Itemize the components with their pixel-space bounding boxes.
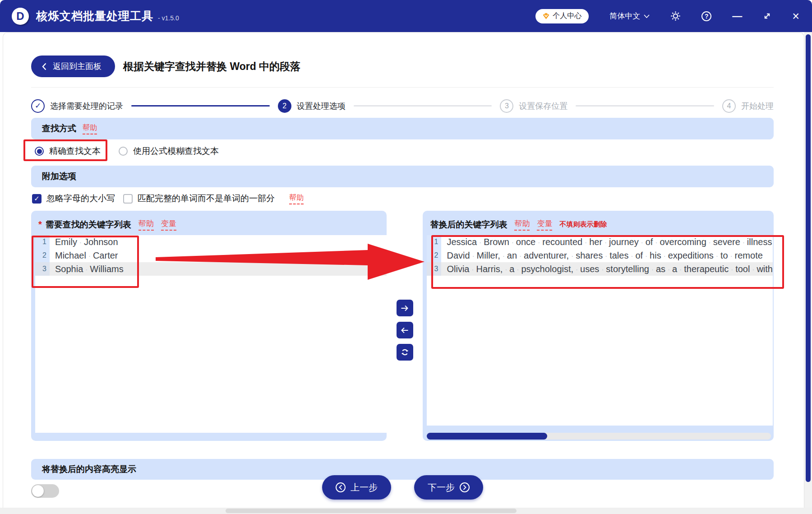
space-dot: ·	[740, 239, 747, 247]
language-label: 简体中文	[609, 11, 640, 21]
space-dot: ·	[643, 252, 650, 260]
find-list-title: 需要查找的关键字列表	[46, 219, 131, 231]
replace-list-title: 替换后的关键字列表	[430, 219, 507, 231]
checkbox-icon	[123, 194, 133, 204]
find-keywords-list[interactable]: 1Emily·Johnson2Michael·Carter3Sophia·Wil…	[35, 235, 387, 433]
space-dot: ·	[661, 252, 668, 260]
find-mode-options: 精确查找文本 使用公式模糊查找文本	[31, 139, 774, 163]
list-row[interactable]: 3Sophia·Williams	[35, 262, 387, 276]
row-number: 1	[427, 235, 441, 249]
highlight-toggle[interactable]	[31, 484, 59, 498]
help-link-find-mode[interactable]: 帮助	[83, 123, 97, 134]
space-dot: ·	[569, 252, 576, 260]
row-text: Olivia·Harris,·a·psychologist,·uses·stor…	[441, 264, 773, 274]
bottom-scrollbar-thumb[interactable]	[226, 509, 517, 513]
space-dot: ·	[77, 239, 84, 247]
variable-link-replace-list[interactable]: 变量	[537, 218, 552, 231]
row-number: 2	[427, 249, 441, 262]
step-connector	[576, 105, 714, 107]
step-indicator: ✓ 选择需要处理的记录 2 设置处理选项 3 设置保存位置 4 开始处理	[31, 88, 774, 116]
space-dot: ·	[535, 239, 542, 247]
space-dot: ·	[603, 252, 609, 260]
checkbox-label: 忽略字母的大小写	[46, 193, 115, 204]
replace-list-horizontal-scrollbar[interactable]	[427, 433, 771, 440]
step-set-options[interactable]: 2 设置处理选项	[278, 99, 346, 113]
help-link-find-list[interactable]: 帮助	[138, 218, 154, 231]
page-title: 根据关键字查找并替换 Word 中的段落	[123, 60, 300, 74]
space-dot: ·	[514, 266, 521, 274]
user-center-button[interactable]: 个人中心	[535, 9, 589, 23]
checkbox-whole-word[interactable]: 匹配完整的单词而不是单词的一部分	[123, 193, 275, 204]
space-dot: ·	[86, 252, 93, 260]
checkbox-icon: ✓	[32, 194, 42, 204]
vertical-scrollbar-thumb[interactable]	[806, 34, 811, 482]
space-dot: ·	[628, 252, 635, 260]
scrollbar-thumb[interactable]	[427, 433, 547, 440]
radio-icon	[119, 147, 128, 156]
list-row[interactable]: 2David·Miller,·an·adventurer,·shares·tal…	[427, 249, 773, 262]
close-button[interactable]: ×	[792, 10, 799, 23]
row-text: Michael·Carter	[50, 250, 387, 261]
maximize-button[interactable]	[763, 10, 771, 23]
extra-options-title: 附加选项	[42, 171, 76, 182]
list-row[interactable]: 1Jessica·Brown·once·recounted·her·journe…	[427, 235, 773, 249]
toggle-knob	[32, 485, 44, 497]
radio-label: 精确查找文本	[49, 145, 101, 157]
next-step-label: 下一步	[428, 482, 455, 494]
help-link-extra-options[interactable]: 帮助	[289, 193, 304, 204]
row-number: 1	[35, 235, 50, 249]
move-left-button[interactable]	[397, 322, 413, 338]
space-dot: ·	[653, 239, 660, 247]
empty-means-delete-note: 不填则表示删除	[559, 220, 607, 229]
space-dot: ·	[582, 239, 589, 247]
radio-icon	[35, 147, 44, 156]
space-dot: ·	[649, 266, 656, 274]
arrow-left-icon	[401, 327, 409, 334]
vertical-scrollbar[interactable]	[804, 32, 812, 508]
move-right-button[interactable]	[397, 300, 413, 316]
list-row[interactable]: 1Emily·Johnson	[35, 235, 387, 249]
help-icon[interactable]: ?	[701, 10, 711, 23]
space-dot: ·	[665, 266, 672, 274]
step-number: 3	[500, 99, 513, 113]
step-select-records[interactable]: ✓ 选择需要处理的记录	[31, 99, 123, 113]
find-keywords-panel: * 需要查找的关键字列表 帮助 变量 1Emily·Johnson2Michae…	[31, 211, 387, 441]
bottom-horizontal-scrollbar[interactable]	[0, 508, 812, 514]
chevron-left-circle-icon	[336, 482, 346, 492]
space-dot: ·	[677, 266, 684, 274]
row-number: 2	[35, 249, 50, 262]
back-to-dashboard-button[interactable]: 返回到主面板	[31, 56, 115, 77]
list-row[interactable]: 3Olivia·Harris,·a·psychologist,·uses·sto…	[427, 262, 773, 276]
space-dot: ·	[517, 252, 524, 260]
radio-formula-fuzzy-find[interactable]: 使用公式模糊查找文本	[119, 145, 219, 157]
extra-options-row: ✓ 忽略字母的大小写 匹配完整的单词而不是单词的一部分 帮助	[31, 187, 774, 210]
vip-badge-icon	[543, 13, 549, 19]
prev-step-button[interactable]: 上一步	[322, 475, 391, 500]
swap-refresh-button[interactable]	[397, 344, 413, 361]
replace-keywords-panel: 替换后的关键字列表 帮助 变量 不填则表示删除 1Jessica·Brown·o…	[423, 211, 774, 441]
step-number: 2	[278, 99, 291, 113]
highlight-section-header: 将替换后的内容高亮显示	[31, 459, 774, 480]
radio-exact-find[interactable]: 精确查找文本	[35, 145, 101, 157]
row-text: Emily·Johnson	[50, 237, 387, 247]
variable-link-find-list[interactable]: 变量	[161, 218, 176, 231]
chevron-left-icon	[42, 63, 46, 70]
step-connector	[354, 105, 492, 107]
minimize-button[interactable]: —	[732, 10, 742, 23]
space-dot: ·	[470, 252, 477, 260]
app-title: 核烁文档批量处理工具	[36, 9, 153, 23]
highlight-title: 将替换后的内容高亮显示	[42, 463, 136, 475]
language-selector[interactable]: 简体中文	[609, 11, 650, 21]
next-step-button[interactable]: 下一步	[414, 475, 483, 500]
help-link-replace-list[interactable]: 帮助	[514, 218, 530, 231]
checkbox-label: 匹配完整的单词而不是单词的一部分	[138, 193, 275, 204]
step-start-process[interactable]: 4 开始处理	[722, 99, 774, 113]
find-mode-section-header: 查找方式 帮助	[31, 118, 774, 139]
list-row[interactable]: 2Michael·Carter	[35, 249, 387, 262]
settings-gear-icon[interactable]	[670, 10, 681, 23]
extra-options-section-header: 附加选项	[31, 166, 774, 187]
replace-keywords-list[interactable]: 1Jessica·Brown·once·recounted·her·journe…	[427, 235, 773, 426]
step-save-location[interactable]: 3 设置保存位置	[500, 99, 567, 113]
checkbox-ignore-case[interactable]: ✓ 忽略字母的大小写	[32, 193, 115, 204]
space-dot: ·	[599, 266, 606, 274]
